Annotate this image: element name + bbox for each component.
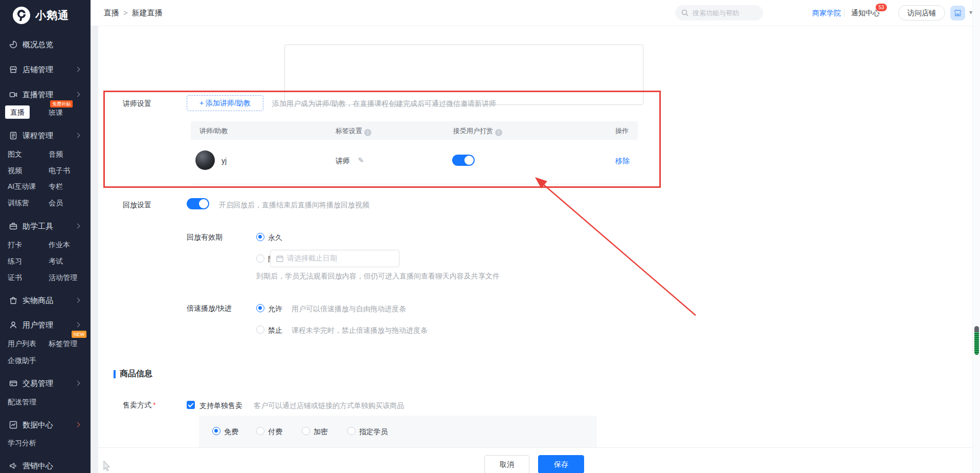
sidebar-item-trade[interactable]: 交易管理 — [0, 377, 91, 390]
radio-forever-label[interactable]: 永久 — [268, 233, 282, 243]
radio-allow-label[interactable]: 允许 — [268, 305, 282, 314]
sidebar-item-users[interactable]: 用户管理 — [0, 319, 91, 331]
form-card — [98, 26, 972, 447]
sidebar-item-goods[interactable]: 实物商品 — [0, 294, 91, 307]
section-title-bar — [114, 370, 116, 378]
radio-assigned-label[interactable]: 指定学员 — [359, 427, 388, 437]
sidebar-subitem-learning-analysis[interactable]: 学习分析 — [8, 437, 36, 448]
brand-name: 小鹅通 — [35, 8, 69, 23]
standalone-sale-label[interactable]: 支持单独售卖 — [199, 401, 242, 411]
radio-free-label[interactable]: 免费 — [224, 427, 238, 437]
sidebar-subitem-homework[interactable]: 作业本 — [49, 239, 70, 250]
table-row-divider — [191, 184, 638, 184]
remove-lecturer-link[interactable]: 移除 — [615, 157, 630, 166]
sidebar-subitem-video[interactable]: 视频 — [8, 165, 22, 176]
sidebar-item-tools[interactable]: 助学工具 — [0, 220, 91, 232]
radio-free[interactable] — [212, 427, 220, 435]
sidebar-subitem-camp[interactable]: 训练营 — [8, 197, 29, 208]
reward-toggle[interactable] — [452, 155, 475, 166]
lecturer-hint: 添加用户成为讲师/助教，在直播课程创建完成后可通过微信邀请新讲师 — [272, 99, 496, 109]
radio-forbid[interactable] — [256, 326, 264, 334]
forbid-desc: 课程未学完时，禁止倍速播放与拖动进度条 — [292, 326, 428, 335]
sidebar-subitem-class-course[interactable]: 班课 — [49, 107, 63, 118]
breadcrumb-live-link[interactable]: 直播 — [104, 8, 119, 17]
storefront-icon — [9, 66, 17, 74]
sidebar-subitem-column[interactable]: 专栏 — [49, 181, 63, 192]
radio-forever[interactable] — [256, 233, 264, 241]
chevron-right-icon — [75, 92, 80, 97]
radio-assigned[interactable] — [347, 427, 355, 435]
shop-avatar-icon — [953, 9, 962, 17]
sidebar-item-label: 助学工具 — [23, 222, 53, 231]
section-title-text: 商品信息 — [120, 369, 152, 379]
sidebar-item-live[interactable]: 直播管理 — [0, 89, 91, 101]
playback-hint: 开启回放后，直播结束后直播间将播放回放视频 — [219, 201, 369, 210]
sidebar-subitem-member[interactable]: 会员 — [49, 197, 63, 208]
video-camera-icon — [9, 91, 17, 99]
radio-encrypted-label[interactable]: 加密 — [314, 427, 328, 437]
add-lecturer-button[interactable]: + 添加讲师/助教 — [187, 95, 263, 111]
subitem-label: 标签管理 — [49, 339, 77, 348]
info-icon[interactable]: i — [495, 129, 502, 136]
radio-allow[interactable] — [256, 304, 264, 312]
shop-avatar[interactable] — [950, 6, 965, 20]
scrollbar-thumb[interactable] — [974, 326, 979, 355]
cancel-button[interactable]: 取消 — [484, 455, 529, 473]
sidebar-subitem-image-text[interactable]: 图文 — [8, 148, 22, 160]
sidebar-subitem-live-room[interactable]: 直播 — [5, 105, 30, 119]
merchant-academy-link[interactable]: 商家学院 — [812, 9, 841, 18]
app-window: 小鹅通 概况总览 店铺管理 直播管理 直播 班课 免费补贴 课程管理 图文 音频… — [0, 0, 980, 473]
sidebar-subitem-certificate[interactable]: 证书 — [8, 272, 22, 283]
sidebar-subitem-audio[interactable]: 音频 — [49, 148, 63, 160]
chevron-right-icon — [75, 422, 80, 427]
radio-paid-label[interactable]: 付费 — [268, 427, 282, 437]
sidebar-subitem-delivery[interactable]: 配送管理 — [8, 396, 36, 407]
sidebar-item-marketing[interactable]: 营销中心 — [0, 460, 91, 472]
description-textarea[interactable] — [284, 45, 643, 105]
lecturer-avatar — [195, 150, 215, 170]
sidebar-item-label: 店铺管理 — [23, 65, 53, 75]
sidebar-subitem-tag-manage[interactable]: 标签管理 — [49, 338, 77, 349]
standalone-sale-checkbox[interactable] — [187, 401, 195, 409]
deadline-date-input[interactable]: 请选择截止日期 — [270, 250, 399, 267]
subitem-label: 视频 — [8, 166, 22, 175]
sidebar-subitem-checkin[interactable]: 打卡 — [8, 239, 22, 250]
sidebar-item-label: 营销中心 — [23, 461, 53, 471]
subitem-label: 作业本 — [49, 241, 70, 249]
subitem-label: 直播 — [10, 108, 25, 116]
sidebar-subitem-ebook[interactable]: 电子书 — [49, 165, 70, 176]
radio-paid[interactable] — [256, 427, 264, 435]
col-tag: 标签设置i — [336, 126, 371, 136]
brand-logo[interactable]: 小鹅通 — [12, 6, 69, 25]
sidebar-item-course[interactable]: 课程管理 — [0, 130, 91, 142]
sidebar-subitem-practice[interactable]: 练习 — [8, 255, 22, 267]
global-search[interactable] — [675, 5, 763, 20]
sidebar-item-label: 直播管理 — [23, 90, 53, 100]
notification-count-badge: 53 — [876, 4, 887, 11]
col-lecturer: 讲师/助教 — [199, 126, 228, 136]
radio-limited[interactable] — [256, 254, 264, 263]
edit-role-icon[interactable]: ✎ — [358, 156, 364, 164]
subitem-label: 班课 — [49, 109, 63, 117]
subitem-label: 音频 — [49, 150, 63, 158]
sidebar-item-overview[interactable]: 概况总览 — [0, 38, 91, 51]
sidebar-subitem-exam[interactable]: 考试 — [49, 255, 63, 267]
sidebar-subitem-user-list[interactable]: 用户列表 — [8, 338, 36, 349]
visit-shop-button[interactable]: 访问店铺 — [898, 5, 945, 20]
info-icon[interactable]: i — [364, 129, 371, 136]
search-input[interactable] — [693, 9, 754, 17]
radio-forbid-label[interactable]: 禁止 — [268, 326, 282, 335]
sidebar-subitem-wecom-helper[interactable]: 企微助手 — [8, 355, 36, 366]
sidebar-subitem-ai-course[interactable]: AI互动课 — [8, 181, 36, 192]
subitem-label: 打卡 — [8, 241, 22, 249]
sidebar-item-shop[interactable]: 店铺管理 — [0, 63, 91, 76]
playback-settings-label: 回放设置 — [123, 201, 151, 210]
sidebar-item-data[interactable]: 数据中心 — [0, 419, 91, 431]
sidebar-subitem-activity[interactable]: 活动管理 — [49, 272, 77, 283]
subitem-label: 学习分析 — [8, 439, 36, 447]
notification-center-link[interactable]: 通知中心 — [851, 9, 880, 18]
briefcase-icon — [9, 222, 17, 230]
save-button[interactable]: 保存 — [538, 455, 584, 473]
radio-encrypted[interactable] — [302, 427, 310, 435]
playback-toggle[interactable] — [187, 198, 209, 209]
